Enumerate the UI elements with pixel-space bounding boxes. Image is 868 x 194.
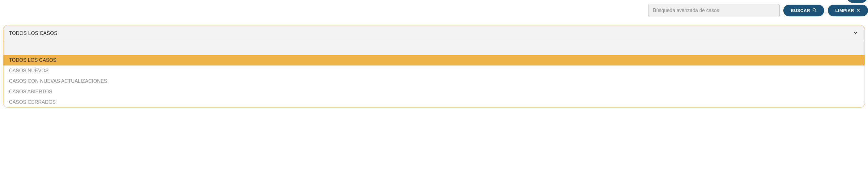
dropdown-option[interactable]: CASOS NUEVOS <box>3 65 865 76</box>
svg-point-0 <box>813 8 815 11</box>
dropdown-current-label: TODOS LOS CASOS <box>9 31 58 36</box>
dropdown-option-label: CASOS CON NUEVAS ACTUALIZACIONES <box>9 78 107 84</box>
search-button[interactable]: BUSCAR <box>783 5 824 17</box>
dropdown-option-label: CASOS CERRADOS <box>9 99 56 105</box>
dropdown-option[interactable]: CASOS ABIERTOS <box>3 87 865 97</box>
advanced-search-input[interactable] <box>648 4 780 17</box>
dropdown-option[interactable]: TODOS LOS CASOS <box>3 55 865 65</box>
dropdown-option-label: TODOS LOS CASOS <box>9 58 57 63</box>
clear-button[interactable]: LIMPIAR <box>828 5 868 17</box>
chevron-down-icon <box>853 30 859 37</box>
dropdown-option[interactable]: CASOS CON NUEVAS ACTUALIZACIONES <box>3 76 865 87</box>
dropdown-toggle[interactable]: TODOS LOS CASOS <box>3 25 865 42</box>
partial-button-top[interactable] <box>846 0 868 3</box>
case-filter-dropdown: TODOS LOS CASOS TODOS LOS CASOS CASOS NU… <box>3 25 865 108</box>
search-icon <box>812 8 817 13</box>
dropdown-option-label: CASOS NUEVOS <box>9 68 49 73</box>
dropdown-filter-row <box>3 42 865 55</box>
dropdown-options-list: TODOS LOS CASOS CASOS NUEVOS CASOS CON N… <box>3 55 865 107</box>
close-icon <box>856 8 861 13</box>
svg-line-1 <box>815 10 816 12</box>
search-button-label: BUSCAR <box>791 8 810 13</box>
dropdown-option-label: CASOS ABIERTOS <box>9 89 52 94</box>
dropdown-filter-input[interactable] <box>3 42 865 55</box>
dropdown-option[interactable]: CASOS CERRADOS <box>3 97 865 107</box>
clear-button-label: LIMPIAR <box>835 8 854 13</box>
